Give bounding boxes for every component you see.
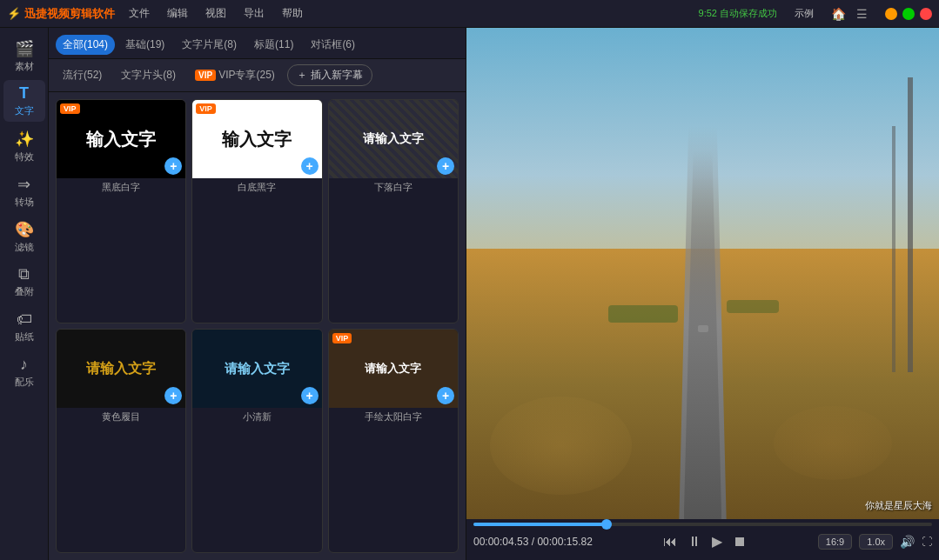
sidebar-label-effects: 特效 (15, 150, 34, 163)
sidebar-item-overlay[interactable]: ⧉ 叠附 (3, 261, 45, 303)
asset-preview-3: 请输入文字 + (329, 100, 458, 178)
sidebar-label-filter: 滤镜 (15, 241, 34, 254)
asset-text-1: 输入文字 (86, 128, 156, 151)
main-layout: 🎬 素材 T 文字 ✨ 特效 ⇒ 转场 🎨 滤镜 ⧉ 叠附 🏷 贴纸 ♪ (0, 28, 939, 560)
tab-title[interactable]: 标题(11) (247, 35, 300, 55)
vip-badge-6: VIP (332, 333, 352, 343)
skip-back-button[interactable]: ⏮ (663, 534, 677, 550)
asset-text-3: 请输入文字 (363, 131, 424, 147)
plus-icon: ＋ (297, 68, 307, 83)
menu-export[interactable]: 导出 (244, 6, 265, 21)
home-icon[interactable]: 🏠 (831, 7, 846, 21)
video-preview: 你就是星辰大海 (466, 28, 939, 519)
asset-item-cyan[interactable]: 请输入文字 + 小清新 (191, 329, 322, 553)
close-button[interactable] (920, 8, 932, 20)
vip-badge-1: VIP (60, 103, 80, 114)
playback-controls: ⏮ ⏸ ▶ ⏹ (593, 530, 818, 553)
sidebar-item-music[interactable]: ♪ 配乐 (3, 351, 45, 393)
save-status: 9:52 自动保存成功 (699, 7, 777, 20)
preview-area: 你就是星辰大海 00:00:04.53 / 00:00:15.82 (466, 28, 939, 560)
asset-add-2[interactable]: + (301, 157, 319, 175)
speed-selector[interactable]: 1.0x (859, 534, 893, 550)
tab-basic[interactable]: 基础(19) (118, 35, 171, 55)
material-icon: 🎬 (15, 39, 34, 58)
sidebar-item-filter[interactable]: 🎨 滤镜 (3, 216, 45, 257)
progress-track[interactable] (473, 523, 932, 526)
sidebar-label-material: 素材 (15, 60, 34, 73)
asset-item-black-white[interactable]: VIP 输入文字 + 黑底白字 (56, 99, 186, 323)
asset-add-3[interactable]: + (437, 157, 454, 175)
asset-text-5: 请输入文字 (225, 361, 290, 377)
play-button[interactable]: ▶ (712, 533, 722, 550)
app-name: 迅捷视频剪辑软件 (24, 6, 115, 22)
asset-preview-4: 请输入文字 + (57, 330, 185, 408)
sidebar-label-overlay: 叠附 (15, 285, 34, 298)
app-logo: ⚡ 迅捷视频剪辑软件 (7, 6, 115, 22)
menu-bar: 文件 编辑 视图 导出 帮助 (129, 6, 699, 21)
asset-item-white-black[interactable]: VIP 输入文字 + 白底黑字 (191, 99, 322, 323)
titlebar: ⚡ 迅捷视频剪辑软件 文件 编辑 视图 导出 帮助 9:52 自动保存成功 示例… (0, 0, 939, 28)
fullscreen-button[interactable]: ⛶ (922, 536, 932, 548)
panel-subtabs: 流行(52) 文字片头(8) VIP VIP专享(25) ＋ 插入新字幕 (49, 59, 466, 92)
transition-icon: ⇒ (17, 175, 30, 194)
progress-thumb[interactable] (601, 519, 612, 530)
sidebar: 🎬 素材 T 文字 ✨ 特效 ⇒ 转场 🎨 滤镜 ⧉ 叠附 🏷 贴纸 ♪ (0, 28, 49, 560)
progress-fill (473, 523, 607, 526)
subtab-popular[interactable]: 流行(52) (56, 66, 109, 84)
video-subtitle: 你就是星辰大海 (865, 499, 932, 512)
asset-label-6: 手绘太阳白字 (329, 408, 458, 429)
sidebar-label-music: 配乐 (15, 376, 34, 389)
subtab-text-head[interactable]: 文字片头(8) (114, 66, 183, 84)
sidebar-item-material[interactable]: 🎬 素材 (3, 35, 45, 77)
asset-preview-1: VIP 输入文字 + (57, 100, 185, 178)
vip-badge: VIP (195, 70, 216, 81)
sidebar-item-sticker[interactable]: 🏷 贴纸 (3, 306, 45, 348)
menu-file[interactable]: 文件 (129, 6, 150, 21)
app-title: 示例 (795, 7, 814, 20)
subtab-vip[interactable]: VIP VIP专享(25) (188, 66, 282, 84)
tab-text-ending[interactable]: 文字片尾(8) (175, 35, 244, 55)
menu-view[interactable]: 视图 (205, 6, 226, 21)
asset-add-6[interactable]: + (437, 387, 454, 404)
asset-text-4: 请输入文字 (86, 360, 156, 378)
asset-label-1: 黑底白字 (57, 178, 185, 199)
asset-item-transparent[interactable]: 请输入文字 + 下落白字 (328, 99, 459, 323)
pause-button[interactable]: ⏸ (687, 534, 701, 550)
minimize-button[interactable] (885, 8, 897, 20)
menu-help[interactable]: 帮助 (282, 6, 303, 21)
overlay-icon: ⧉ (18, 265, 30, 283)
volume-icon[interactable]: 🔊 (900, 535, 915, 549)
playback-bar: 00:00:04.53 / 00:00:15.82 ⏮ ⏸ ▶ ⏹ 16:9 1… (466, 519, 939, 560)
panel-tabs: 全部(104) 基础(19) 文字片尾(8) 标题(11) 对话框(6) (49, 28, 466, 59)
asset-text-2: 输入文字 (222, 128, 292, 151)
sidebar-label-transition: 转场 (15, 196, 34, 209)
titlebar-right: 9:52 自动保存成功 示例 🏠 ☰ (699, 7, 932, 21)
asset-item-yellow[interactable]: 请输入文字 + 黄色履目 (56, 329, 186, 553)
maximize-button[interactable] (902, 8, 915, 20)
asset-label-2: 白底黑字 (192, 178, 321, 199)
asset-add-4[interactable]: + (164, 387, 182, 404)
stop-button[interactable]: ⏹ (733, 534, 747, 550)
tab-dialog[interactable]: 对话框(6) (304, 35, 362, 55)
ratio-selector[interactable]: 16:9 (818, 534, 852, 550)
asset-item-vip-sun[interactable]: VIP 请输入文字 + 手绘太阳白字 (328, 329, 459, 553)
asset-text-6: 请输入文字 (365, 361, 421, 377)
asset-preview-2: VIP 输入文字 + (192, 100, 321, 178)
tab-all[interactable]: 全部(104) (56, 35, 115, 55)
playback-right: 16:9 1.0x 🔊 ⛶ (818, 534, 932, 550)
sidebar-item-effects[interactable]: ✨ 特效 (3, 125, 45, 167)
asset-add-5[interactable]: + (301, 387, 319, 404)
window-controls (885, 8, 932, 20)
menu-icon[interactable]: ☰ (856, 7, 868, 21)
insert-subtitle-button[interactable]: ＋ 插入新字幕 (287, 64, 372, 86)
sticker-icon: 🏷 (17, 310, 32, 329)
time-display: 00:00:04.53 / 00:00:15.82 (473, 536, 593, 548)
asset-grid: VIP 输入文字 + 黑底白字 VIP 输入文字 + 白底黑字 请输入文字 (49, 92, 466, 560)
asset-add-1[interactable]: + (164, 157, 182, 175)
menu-edit[interactable]: 编辑 (167, 6, 188, 21)
video-frame: 你就是星辰大海 (466, 28, 939, 519)
asset-preview-6: VIP 请输入文字 + (329, 330, 458, 408)
sidebar-item-text[interactable]: T 文字 (3, 80, 45, 122)
sidebar-item-transition[interactable]: ⇒ 转场 (3, 170, 45, 212)
sidebar-label-sticker: 贴纸 (15, 330, 34, 343)
